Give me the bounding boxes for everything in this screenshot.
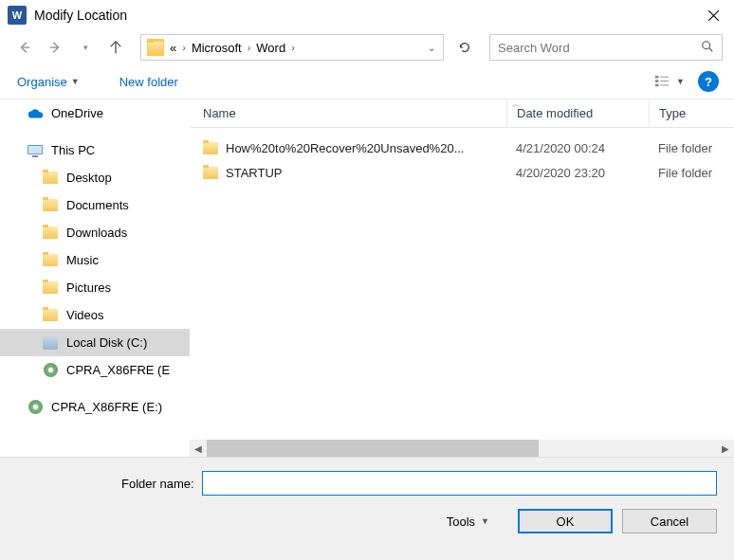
file-rows: How%20to%20Recover%20Unsaved%20... 4/21/… [190, 128, 734, 440]
folder-icon [42, 308, 59, 323]
command-bar: Organise ▼ New folder ▼ ? [0, 64, 734, 99]
tree-label: Videos [66, 308, 104, 322]
folder-icon [147, 39, 164, 56]
navigation-tree[interactable]: OneDrive This PC Desktop Documents Downl… [0, 99, 190, 457]
search-input[interactable] [498, 41, 701, 55]
column-header-name[interactable]: Name [203, 106, 506, 120]
computer-icon [27, 143, 44, 158]
cloud-icon [27, 106, 44, 121]
tools-label: Tools [447, 515, 475, 529]
tree-label: Downloads [66, 226, 127, 240]
search-icon[interactable] [701, 40, 714, 56]
column-header-type[interactable]: Type [649, 99, 734, 127]
svg-rect-8 [28, 146, 42, 154]
breadcrumb-root[interactable]: « [168, 41, 178, 55]
refresh-icon [458, 41, 471, 54]
svg-rect-3 [655, 80, 659, 82]
dialog-title: Modify Location [34, 8, 694, 23]
caret-down-icon: ▼ [71, 77, 80, 86]
caret-down-icon: ▼ [481, 516, 489, 526]
file-type: File folder [649, 141, 734, 155]
tree-item-videos[interactable]: Videos [0, 301, 190, 329]
navigation-bar: ▾ « › Microsoft › Word › ⌄ [0, 30, 734, 64]
search-box[interactable] [489, 34, 723, 61]
folder-name-input[interactable] [202, 471, 717, 496]
scroll-thumb[interactable] [207, 440, 539, 457]
view-options-button[interactable]: ▼ [653, 75, 685, 88]
folder-icon [42, 280, 59, 296]
scroll-right-icon[interactable]: ▶ [717, 440, 734, 457]
word-app-icon: W [8, 6, 27, 25]
organise-label: Organise [17, 75, 67, 89]
button-row: Tools ▼ OK Cancel [17, 509, 717, 533]
tree-label: OneDrive [51, 106, 103, 120]
tree-label: Documents [66, 198, 129, 212]
tree-item-onedrive[interactable]: OneDrive [0, 99, 190, 127]
scroll-track[interactable] [207, 440, 717, 457]
folder-icon [42, 226, 59, 241]
chevron-right-icon: › [244, 42, 255, 53]
arrow-up-icon [109, 41, 122, 54]
tree-label: Music [66, 253, 99, 267]
help-button[interactable]: ? [698, 71, 719, 92]
back-button[interactable] [11, 34, 38, 61]
organise-menu[interactable]: Organise ▼ [15, 71, 82, 93]
folder-icon [42, 198, 59, 213]
breadcrumb-item[interactable]: Word [254, 41, 287, 55]
tree-item-downloads[interactable]: Downloads [0, 219, 190, 246]
file-row[interactable]: How%20to%20Recover%20Unsaved%20... 4/21/… [190, 135, 734, 160]
svg-rect-5 [655, 84, 659, 87]
tree-item-dvd[interactable]: CPRA_X86FRE (E [0, 356, 190, 384]
close-button[interactable] [694, 1, 732, 29]
file-name: How%20to%20Recover%20Unsaved%20... [226, 141, 506, 155]
tree-item-pictures[interactable]: Pictures [0, 274, 190, 301]
cancel-button[interactable]: Cancel [622, 509, 717, 533]
close-icon [708, 10, 719, 21]
column-headers: ︿ Name Date modified Type [190, 99, 734, 128]
forward-button[interactable] [42, 34, 68, 61]
folder-name-label: Folder name: [121, 477, 194, 491]
breadcrumb-item[interactable]: Microsoft [190, 41, 244, 55]
caret-down-icon: ▼ [676, 77, 685, 86]
folder-icon [42, 171, 59, 186]
tree-label: Local Disk (C:) [66, 335, 147, 350]
ok-button[interactable]: OK [518, 509, 613, 533]
tree-item-music[interactable]: Music [0, 246, 190, 274]
new-folder-button[interactable]: New folder [119, 75, 178, 89]
folder-icon [203, 167, 226, 179]
file-date: 4/20/2020 23:20 [506, 166, 649, 180]
bottom-panel: Folder name: Tools ▼ OK Cancel [0, 457, 734, 560]
scroll-left-icon[interactable]: ◀ [190, 440, 207, 457]
tree-item-localdisk[interactable]: Local Disk (C:) [0, 329, 190, 356]
up-button[interactable] [102, 34, 129, 61]
tree-label: CPRA_X86FRE (E [66, 363, 170, 377]
tree-item-dvd[interactable]: CPRA_X86FRE (E:) [0, 393, 190, 421]
breadcrumb[interactable]: « › Microsoft › Word › ⌄ [140, 34, 444, 61]
tools-menu[interactable]: Tools ▼ [447, 515, 489, 529]
recent-dropdown[interactable]: ▾ [72, 34, 99, 61]
folder-name-row: Folder name: [121, 471, 717, 496]
svg-rect-6 [660, 85, 669, 86]
arrow-left-icon [18, 41, 31, 54]
title-bar: W Modify Location [0, 0, 734, 30]
file-list: ︿ Name Date modified Type How%20to%20Rec… [190, 99, 734, 457]
sort-indicator-icon: ︿ [512, 99, 521, 111]
arrow-right-icon [48, 41, 62, 54]
disk-icon [42, 335, 59, 351]
column-header-date[interactable]: Date modified [506, 99, 649, 127]
chevron-right-icon: › [287, 42, 299, 53]
dvd-icon [42, 363, 59, 378]
dvd-icon [27, 400, 44, 415]
refresh-button[interactable] [451, 34, 478, 61]
chevron-right-icon: › [178, 42, 190, 53]
breadcrumb-dropdown[interactable]: ⌄ [422, 43, 441, 53]
tree-label: CPRA_X86FRE (E:) [51, 400, 162, 414]
svg-point-0 [703, 41, 710, 48]
tree-item-thispc[interactable]: This PC [0, 136, 190, 164]
file-type: File folder [649, 166, 734, 180]
file-row[interactable]: STARTUP 4/20/2020 23:20 File folder [190, 160, 734, 185]
tree-item-desktop[interactable]: Desktop [0, 164, 190, 191]
horizontal-scrollbar[interactable]: ◀ ▶ [190, 440, 734, 457]
folder-icon [203, 142, 226, 154]
tree-item-documents[interactable]: Documents [0, 191, 190, 219]
